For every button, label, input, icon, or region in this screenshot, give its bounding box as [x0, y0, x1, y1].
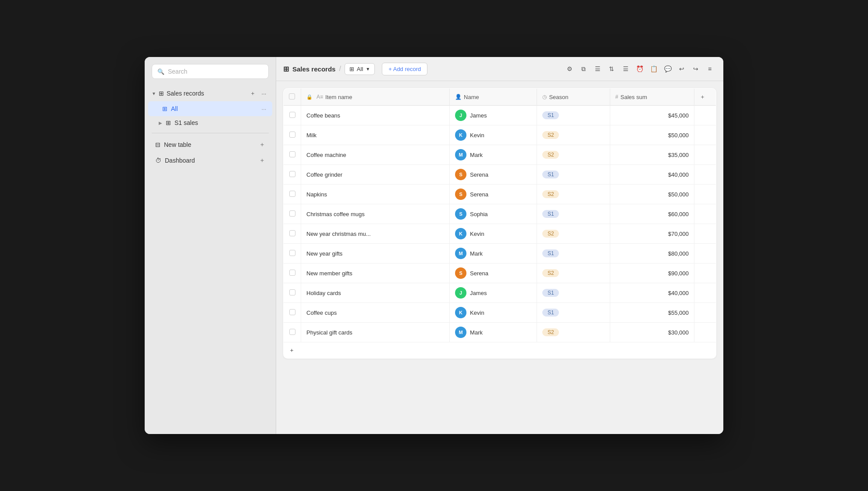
- sales-sum-col-label: Sales sum: [620, 94, 647, 100]
- view-selector-label: All: [357, 66, 363, 72]
- person-name: Mark: [470, 152, 483, 158]
- name-cell: J James: [450, 106, 537, 125]
- row-checkbox[interactable]: [289, 309, 295, 315]
- table-row: Napkins S Serena S2 $50,000: [284, 185, 716, 204]
- more-options-button[interactable]: ···: [259, 89, 269, 98]
- season-cell: S2: [537, 224, 610, 244]
- row-checkbox[interactable]: [289, 112, 295, 118]
- sidebar-divider: [152, 133, 269, 133]
- season-cell: S2: [537, 185, 610, 204]
- row-checkbox[interactable]: [289, 270, 295, 276]
- clipboard-icon-btn[interactable]: 📋: [647, 62, 660, 75]
- row-checkbox[interactable]: [289, 210, 295, 217]
- row-checkbox[interactable]: [289, 250, 295, 256]
- header-checkbox[interactable]: [289, 93, 295, 100]
- filter-icon-btn[interactable]: ⧉: [577, 62, 590, 75]
- season-col-icon: ◷: [542, 94, 547, 100]
- season-badge: S2: [542, 328, 559, 336]
- row-checkbox[interactable]: [289, 230, 295, 236]
- avatar: K: [455, 307, 466, 318]
- person-name: Kevin: [470, 132, 484, 139]
- group-icon-btn[interactable]: ☰: [619, 62, 632, 75]
- dashboard-icon: ⏱: [155, 157, 161, 164]
- toolbar-separator: /: [339, 65, 341, 73]
- item-name-col-header[interactable]: 🔒 A≡ Item name: [301, 89, 450, 106]
- row-checkbox[interactable]: [289, 329, 295, 335]
- add-record-button[interactable]: + Add record: [382, 63, 427, 75]
- clock-icon-btn[interactable]: ⏰: [633, 62, 646, 75]
- search-icon: 🔍: [157, 68, 164, 75]
- season-badge: S2: [542, 151, 559, 159]
- season-cell: S2: [537, 323, 610, 342]
- sidebar-item-dashboard[interactable]: ⏱ Dashboard ＋: [148, 153, 272, 168]
- sidebar-db-header[interactable]: ▼ ⊞ Sales records ＋ ···: [148, 86, 272, 101]
- person-name: James: [470, 290, 487, 296]
- toolbar-table-icon: ⊞: [283, 65, 289, 73]
- redo-icon-btn[interactable]: ↪: [689, 62, 702, 75]
- table-icon: ⊞: [159, 90, 164, 97]
- search-input[interactable]: 🔍 Search: [152, 64, 269, 79]
- table-row: Coffee machine M Mark S2 $35,000: [284, 145, 716, 165]
- name-cell: M Mark: [450, 323, 537, 342]
- sales-sum-cell: $50,000: [610, 185, 694, 204]
- table-container: 🔒 A≡ Item name 👤 Name: [276, 81, 723, 434]
- sidebar-item-s1-sales[interactable]: ▶ ⊞ S1 sales: [148, 117, 272, 129]
- row-checkbox[interactable]: [289, 132, 295, 138]
- name-cell: S Sophia: [450, 204, 537, 224]
- empty-cell: [694, 283, 716, 303]
- row-checkbox[interactable]: [289, 171, 295, 177]
- sales-sum-col-header[interactable]: # Sales sum: [610, 89, 694, 106]
- checkbox-col-header: [284, 89, 301, 106]
- view-label-all: All: [171, 105, 178, 112]
- table-row: Coffee grinder S Serena S1 $40,000: [284, 165, 716, 185]
- add-column-button[interactable]: ＋: [694, 89, 716, 106]
- table-icon-s1: ⊞: [166, 119, 171, 126]
- season-badge: S1: [542, 171, 559, 178]
- view-selector-button[interactable]: ⊞ All ▼: [345, 63, 375, 75]
- chevron-down-icon: ▼: [366, 67, 370, 71]
- chevron-right-icon: ▶: [159, 121, 162, 125]
- empty-cell: [694, 244, 716, 263]
- data-table: 🔒 A≡ Item name 👤 Name: [283, 88, 716, 359]
- name-col-header[interactable]: 👤 Name: [450, 89, 537, 106]
- row-checkbox[interactable]: [289, 151, 295, 157]
- text-col-icon: A≡: [317, 94, 323, 100]
- sales-sum-cell: $40,000: [610, 165, 694, 185]
- sidebar-item-new-table[interactable]: ⊟ New table ＋: [148, 137, 272, 152]
- row-checkbox-cell: [284, 323, 301, 342]
- row-checkbox[interactable]: [289, 289, 295, 295]
- expand-icon-btn[interactable]: ≡: [703, 62, 716, 75]
- season-cell: S1: [537, 283, 610, 303]
- undo-icon-btn[interactable]: ↩: [675, 62, 688, 75]
- table-header-row: 🔒 A≡ Item name 👤 Name: [284, 89, 716, 106]
- fields-icon-btn[interactable]: ☰: [591, 62, 604, 75]
- sales-sum-cell: $70,000: [610, 224, 694, 244]
- view-label-s1: S1 sales: [174, 119, 198, 126]
- add-row-button[interactable]: ＋: [284, 342, 716, 359]
- view-more-button[interactable]: ···: [259, 104, 269, 114]
- avatar: S: [455, 267, 466, 279]
- chat-icon-btn[interactable]: 💬: [661, 62, 674, 75]
- avatar: S: [455, 169, 466, 180]
- item-name-cell: New member gifts: [301, 263, 450, 283]
- season-col-header[interactable]: ◷ Season: [537, 89, 610, 106]
- sales-sum-cell: $30,000: [610, 323, 694, 342]
- settings-icon-btn[interactable]: ⚙: [563, 62, 576, 75]
- row-checkbox[interactable]: [289, 191, 295, 197]
- season-cell: S1: [537, 204, 610, 224]
- avatar: M: [455, 248, 466, 259]
- table-row: New member gifts S Serena S2 $90,000: [284, 263, 716, 283]
- row-checkbox-cell: [284, 244, 301, 263]
- new-table-plus-icon: ＋: [259, 141, 265, 149]
- name-cell: K Kevin: [450, 303, 537, 323]
- chevron-down-icon: ▼: [152, 91, 156, 96]
- sort-icon-btn[interactable]: ⇅: [605, 62, 618, 75]
- item-name-col-label: Item name: [325, 94, 352, 100]
- sidebar-item-all[interactable]: ⊞ All ···: [148, 101, 272, 116]
- person-col-icon: 👤: [455, 94, 462, 100]
- number-col-icon: #: [615, 94, 619, 100]
- toolbar-title: ⊞ Sales records: [283, 65, 335, 73]
- add-view-button[interactable]: ＋: [248, 89, 257, 98]
- table-row: Christmas coffee mugs S Sophia S1 $60,00…: [284, 204, 716, 224]
- row-checkbox-cell: [284, 224, 301, 244]
